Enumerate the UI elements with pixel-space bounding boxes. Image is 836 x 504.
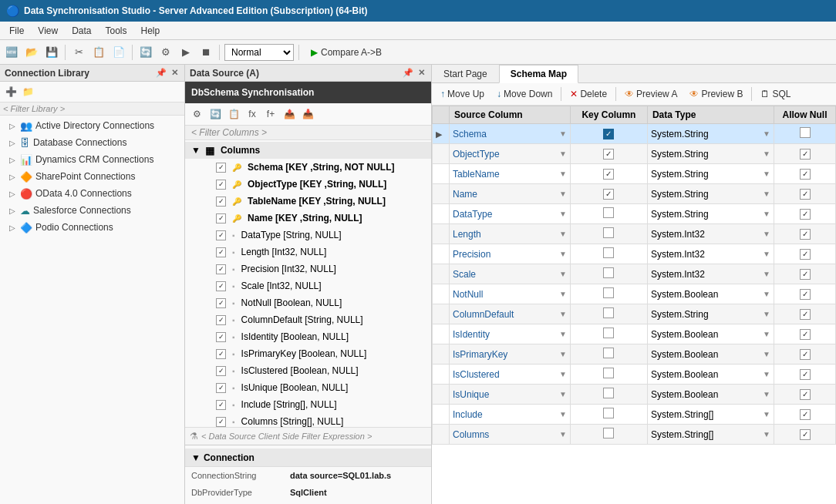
sidebar-item-database[interactable]: ▷ 🗄 Database Connections <box>0 134 184 151</box>
col-objecttype[interactable]: 🔑 ObjectType [KEY ,String, NULL] <box>185 176 431 193</box>
data-type-cell[interactable]: System.Int32▼ <box>647 224 774 244</box>
data-type-cell[interactable]: System.Boolean▼ <box>647 365 774 385</box>
source-dropdown-icon[interactable]: ▼ <box>559 430 567 438</box>
datatype-dropdown-icon[interactable]: ▼ <box>763 129 770 138</box>
col-tablename-checkbox[interactable] <box>216 197 226 207</box>
data-type-cell[interactable]: System.Boolean▼ <box>647 385 774 405</box>
allow-null-checkbox[interactable] <box>800 189 811 200</box>
key-checkbox[interactable] <box>603 227 614 238</box>
col-isidentity[interactable]: ▪ IsIdentity [Boolean, NULL] <box>185 328 431 345</box>
source-dropdown-icon[interactable]: ▼ <box>559 350 567 358</box>
datatype-dropdown-icon[interactable]: ▼ <box>763 430 770 438</box>
datatype-dropdown-icon[interactable]: ▼ <box>763 170 770 178</box>
datatype-dropdown-icon[interactable]: ▼ <box>763 210 770 218</box>
menu-tools[interactable]: Tools <box>99 24 133 38</box>
col-columndefault-checkbox[interactable] <box>216 315 226 325</box>
allow-null-cell[interactable] <box>774 264 836 284</box>
source-dropdown-icon[interactable]: ▼ <box>559 370 567 378</box>
source-dropdown-icon[interactable]: ▼ <box>559 270 567 278</box>
stop-button[interactable]: ⏹ <box>197 44 214 61</box>
key-column-cell[interactable] <box>570 184 647 204</box>
compare-button[interactable]: ▶ Compare A->B <box>304 45 389 60</box>
key-column-cell[interactable] <box>570 144 647 164</box>
datatype-dropdown-icon[interactable]: ▼ <box>763 230 770 238</box>
key-checkbox[interactable] <box>603 328 614 338</box>
menu-data[interactable]: Data <box>66 24 97 38</box>
key-column-cell[interactable] <box>570 164 647 184</box>
datatype-dropdown-icon[interactable]: ▼ <box>763 330 770 338</box>
sidebar-item-active-directory[interactable]: ▷ 👥 Active Directory Connections <box>0 117 184 134</box>
source-dropdown-icon[interactable]: ▼ <box>559 330 567 338</box>
datatype-dropdown-icon[interactable]: ▼ <box>763 310 770 318</box>
col-datatype[interactable]: ▪ DataType [String, NULL] <box>185 227 431 244</box>
allow-null-cell[interactable] <box>774 304 836 324</box>
ds-tool7[interactable]: 📥 <box>299 106 316 123</box>
allow-null-cell[interactable] <box>774 124 836 144</box>
close-library-icon[interactable]: ✕ <box>170 67 180 79</box>
col-name-checkbox[interactable] <box>216 213 226 223</box>
col-columndefault[interactable]: ▪ ColumnDefault [String, NULL] <box>185 311 431 328</box>
col-isprimarykey[interactable]: ▪ IsPrimaryKey [Boolean, NULL] <box>185 345 431 362</box>
col-notnull-checkbox[interactable] <box>216 298 226 308</box>
data-type-cell[interactable]: System.Boolean▼ <box>647 284 774 304</box>
allow-null-checkbox[interactable] <box>800 329 811 340</box>
col-isprimarykey-checkbox[interactable] <box>216 349 226 359</box>
data-type-cell[interactable]: System.String▼ <box>647 164 774 184</box>
key-checkbox[interactable] <box>603 368 614 378</box>
col-precision[interactable]: ▪ Precision [Int32, NULL] <box>185 260 431 277</box>
col-tablename[interactable]: 🔑 TableName [KEY ,String, NULL] <box>185 193 431 210</box>
allow-null-checkbox[interactable] <box>800 429 811 440</box>
tab-schema-map[interactable]: Schema Map <box>499 65 578 83</box>
datatype-dropdown-icon[interactable]: ▼ <box>763 270 770 278</box>
allow-null-cell[interactable] <box>774 365 836 385</box>
conn-add-button[interactable]: ➕ <box>3 84 19 99</box>
ds-tool1[interactable]: ⚙ <box>188 106 205 123</box>
source-column-cell[interactable]: NotNull▼ <box>450 284 571 304</box>
key-column-cell[interactable] <box>570 264 647 284</box>
allow-null-cell[interactable] <box>774 224 836 244</box>
key-checkbox[interactable] <box>603 149 614 160</box>
key-checkbox[interactable] <box>603 408 614 418</box>
sql-button[interactable]: 🗒 SQL <box>755 86 796 102</box>
key-column-cell[interactable] <box>570 124 647 144</box>
col-isunique-checkbox[interactable] <box>216 383 226 393</box>
new-button[interactable]: 🆕 <box>3 44 20 61</box>
key-column-cell[interactable] <box>570 224 647 244</box>
source-column-cell[interactable]: Length▼ <box>450 224 571 244</box>
cut-button[interactable]: ✂ <box>70 44 87 61</box>
col-notnull[interactable]: ▪ NotNull [Boolean, NULL] <box>185 294 431 311</box>
allow-null-cell[interactable] <box>774 204 836 224</box>
allow-null-cell[interactable] <box>774 144 836 164</box>
source-dropdown-icon[interactable]: ▼ <box>559 170 567 178</box>
data-type-cell[interactable]: System.String[]▼ <box>647 405 774 425</box>
open-button[interactable]: 📂 <box>23 44 40 61</box>
source-dropdown-icon[interactable]: ▼ <box>559 250 567 258</box>
sidebar-item-sharepoint[interactable]: ▷ 🔶 SharePoint Connections <box>0 168 184 185</box>
copy-button[interactable]: 📋 <box>90 44 107 61</box>
col-scale[interactable]: ▪ Scale [Int32, NULL] <box>185 277 431 294</box>
data-type-cell[interactable]: System.String▼ <box>647 124 774 144</box>
preview-a-button[interactable]: 👁 Preview A <box>619 86 683 102</box>
source-dropdown-icon[interactable]: ▼ <box>559 390 567 398</box>
allow-null-cell[interactable] <box>774 385 836 405</box>
source-column-cell[interactable]: Scale▼ <box>450 264 571 284</box>
source-column-cell[interactable]: Name▼ <box>450 184 571 204</box>
allow-null-cell[interactable] <box>774 164 836 184</box>
data-type-cell[interactable]: System.Int32▼ <box>647 244 774 264</box>
menu-help[interactable]: Help <box>135 24 167 38</box>
col-length-checkbox[interactable] <box>216 247 226 257</box>
col-precision-checkbox[interactable] <box>216 264 226 274</box>
col-include[interactable]: ▪ Include [String[], NULL] <box>185 396 431 413</box>
key-checkbox[interactable] <box>603 287 614 298</box>
allow-null-checkbox[interactable] <box>800 209 811 220</box>
source-dropdown-icon[interactable]: ▼ <box>559 150 567 158</box>
col-isclustered[interactable]: ▪ IsClustered [Boolean, NULL] <box>185 362 431 379</box>
source-column-cell[interactable]: Precision▼ <box>450 244 571 264</box>
pin-ds-icon[interactable]: 📌 <box>401 67 415 79</box>
data-type-cell[interactable]: System.Boolean▼ <box>647 324 774 344</box>
allow-null-cell[interactable] <box>774 244 836 264</box>
allow-null-cell[interactable] <box>774 284 836 304</box>
col-columns[interactable]: ▪ Columns [String[], NULL] <box>185 413 431 427</box>
source-dropdown-icon[interactable]: ▼ <box>559 129 567 138</box>
menu-file[interactable]: File <box>3 24 30 38</box>
